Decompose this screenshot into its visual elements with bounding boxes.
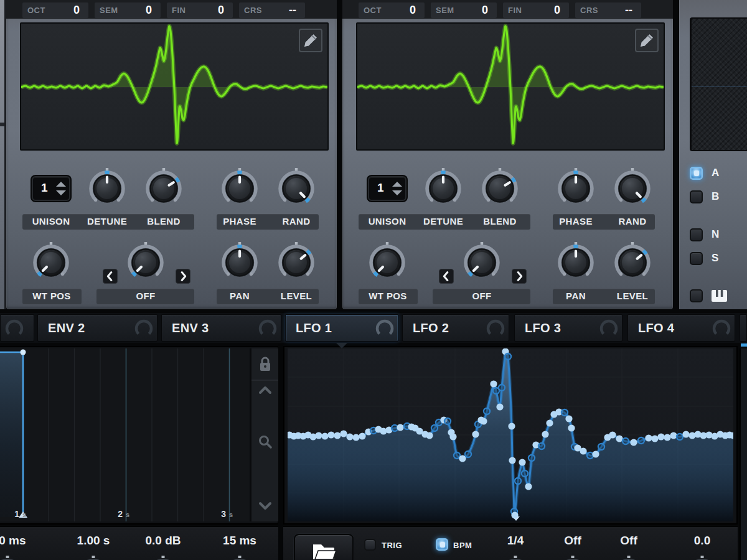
- pitch-cell-fin[interactable]: FIN0: [503, 2, 569, 18]
- lfo-point[interactable]: [346, 433, 353, 440]
- lfo-smooth-value[interactable]: 0.0: [694, 534, 710, 548]
- lfo-curve-handle[interactable]: [677, 434, 683, 440]
- blend-knob[interactable]: [143, 168, 184, 209]
- lfo-point[interactable]: [568, 424, 575, 431]
- osc-s-checkbox[interactable]: [690, 252, 703, 265]
- lfo-point[interactable]: [542, 431, 548, 437]
- warp-knob[interactable]: [125, 242, 166, 283]
- lfo-point[interactable]: [630, 439, 637, 446]
- lfo-point[interactable]: [657, 433, 664, 440]
- lfo-point[interactable]: [496, 403, 503, 410]
- lfo-rate-value[interactable]: 1/4: [507, 534, 524, 548]
- stepper-up-icon[interactable]: [392, 182, 402, 187]
- stepper-down-icon[interactable]: [56, 190, 66, 195]
- lfo-point[interactable]: [334, 432, 341, 439]
- bpm-checkbox[interactable]: [436, 538, 448, 551]
- lfo-point[interactable]: [472, 431, 479, 437]
- pitch-cell-fin[interactable]: FIN0: [167, 2, 233, 18]
- warp-knob[interactable]: [461, 242, 502, 283]
- lfo-point[interactable]: [397, 424, 403, 431]
- wtpos-knob[interactable]: [367, 242, 408, 283]
- warp-right-button[interactable]: [512, 269, 527, 284]
- pitch-cell-crs[interactable]: CRS--: [575, 2, 641, 18]
- unison-stepper[interactable]: 1: [32, 176, 70, 201]
- lfo-curve-handle[interactable]: [499, 385, 505, 391]
- lfo-delay-value[interactable]: Off: [620, 534, 637, 548]
- lfo-point[interactable]: [327, 431, 334, 438]
- lfo-curve-handle[interactable]: [638, 437, 644, 444]
- lfo-point[interactable]: [508, 422, 515, 429]
- noise-osc-display[interactable]: [690, 17, 747, 151]
- lfo-point[interactable]: [509, 457, 515, 464]
- detune-knob[interactable]: [423, 168, 464, 209]
- lfo-point[interactable]: [449, 433, 456, 440]
- osc-a-checkbox[interactable]: [690, 167, 703, 180]
- lfo-point[interactable]: [340, 430, 347, 437]
- lfo-point[interactable]: [490, 380, 497, 387]
- stepper-up-icon[interactable]: [56, 182, 66, 187]
- lfo-point[interactable]: [359, 432, 365, 439]
- wavetable-display[interactable]: [20, 22, 329, 151]
- pitch-cell-oct[interactable]: OCT0: [359, 2, 425, 18]
- level-knob[interactable]: [612, 242, 653, 283]
- trig-checkbox[interactable]: [364, 539, 376, 551]
- tab-partial[interactable]: [0, 314, 34, 342]
- tab-lfo-4[interactable]: LFO 4: [627, 314, 735, 342]
- lfo-point[interactable]: [670, 432, 677, 439]
- level-knob[interactable]: [276, 242, 317, 283]
- lfo-curve-handle[interactable]: [587, 452, 593, 459]
- lfo-curve-handle[interactable]: [484, 408, 490, 414]
- warp-left-button[interactable]: [439, 269, 454, 284]
- rand-knob[interactable]: [276, 168, 317, 209]
- zoom-button[interactable]: [251, 432, 278, 451]
- pitch-cell-sem[interactable]: SEM0: [431, 2, 497, 18]
- envelope-editor[interactable]: 1s2s3s: [0, 348, 249, 521]
- pitch-cell-crs[interactable]: CRS--: [239, 2, 305, 18]
- wavetable-display[interactable]: [356, 22, 665, 151]
- lfo-point[interactable]: [580, 447, 586, 454]
- lfo-curve-handle[interactable]: [598, 444, 604, 450]
- lfo-curve-handle[interactable]: [515, 478, 521, 484]
- wtpos-knob[interactable]: [31, 242, 72, 283]
- lfo-preset-button[interactable]: [294, 534, 354, 560]
- lfo-curve-handle[interactable]: [529, 455, 535, 461]
- lfo-point[interactable]: [592, 450, 599, 457]
- env-value[interactable]: 0.0 ms: [0, 534, 26, 548]
- unison-stepper[interactable]: 1: [368, 176, 406, 201]
- pan-knob[interactable]: [219, 242, 260, 283]
- lfo-point[interactable]: [565, 415, 572, 422]
- lfo-curve-handle[interactable]: [454, 452, 460, 459]
- lfo-curve-handle[interactable]: [465, 451, 471, 457]
- env-value[interactable]: 15 ms: [223, 534, 256, 548]
- lfo-curve-handle[interactable]: [505, 353, 511, 360]
- env-value[interactable]: 1.00 s: [77, 534, 110, 548]
- osc-piano-checkbox[interactable]: [690, 289, 703, 302]
- lfo-point[interactable]: [511, 511, 518, 518]
- phase-knob[interactable]: [219, 168, 260, 209]
- blend-knob[interactable]: [479, 168, 520, 209]
- osc-n-checkbox[interactable]: [690, 228, 703, 241]
- lfo-point[interactable]: [546, 419, 553, 426]
- lfo-rise-value[interactable]: Off: [564, 534, 581, 548]
- env-value[interactable]: 0.0 dB: [145, 534, 181, 548]
- lfo-curve-handle[interactable]: [431, 425, 438, 431]
- tab-env-3[interactable]: ENV 3: [161, 314, 281, 342]
- lfo-point[interactable]: [480, 418, 487, 424]
- tab-env-2[interactable]: ENV 2: [37, 314, 157, 342]
- lfo-point[interactable]: [609, 431, 616, 438]
- lfo-point[interactable]: [651, 435, 658, 442]
- lock-button[interactable]: [251, 348, 278, 381]
- lfo-point[interactable]: [321, 432, 328, 439]
- lfo-point[interactable]: [519, 459, 525, 465]
- scroll-up-button[interactable]: [251, 382, 278, 398]
- lfo-curve-handle[interactable]: [561, 409, 568, 416]
- warp-left-button[interactable]: [103, 269, 118, 284]
- lfo-point[interactable]: [682, 431, 689, 437]
- lfo-point[interactable]: [645, 434, 652, 441]
- stepper-down-icon[interactable]: [392, 190, 402, 195]
- tab-lfo-1[interactable]: LFO 1: [285, 314, 398, 342]
- lfo-point[interactable]: [664, 434, 670, 441]
- lfo-curve-handle[interactable]: [444, 418, 451, 424]
- rand-knob[interactable]: [612, 168, 653, 209]
- lfo-point[interactable]: [525, 483, 532, 490]
